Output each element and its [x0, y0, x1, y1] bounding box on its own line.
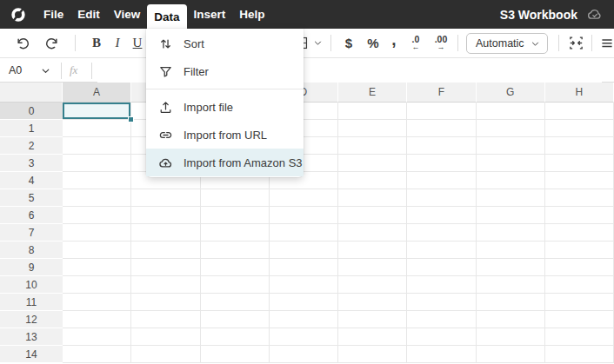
cell-d13[interactable] — [270, 328, 338, 346]
column-header-a[interactable]: A — [63, 83, 131, 103]
cell-f12[interactable] — [407, 311, 476, 328]
cell-e2[interactable] — [338, 137, 407, 155]
cell-h11[interactable] — [545, 294, 614, 311]
cell-a1[interactable] — [63, 120, 131, 137]
number-format-select[interactable]: Automatic — [466, 33, 548, 54]
cell-a6[interactable] — [63, 207, 131, 224]
cell-c14[interactable] — [201, 346, 270, 363]
cell-e5[interactable] — [338, 189, 407, 207]
menu-item-filter[interactable]: Filter — [146, 57, 304, 85]
cell-c7[interactable] — [201, 224, 270, 242]
row-header-5[interactable]: 5 — [0, 189, 63, 207]
cell-g12[interactable] — [477, 311, 545, 328]
menu-edit[interactable]: Edit — [70, 0, 107, 29]
text-align-icon[interactable] — [598, 29, 614, 57]
cell-f0[interactable] — [407, 103, 476, 120]
row-header-14[interactable]: 14 — [0, 346, 63, 363]
cell-b12[interactable] — [131, 311, 200, 328]
row-header-11[interactable]: 11 — [0, 294, 63, 311]
cell-a13[interactable] — [63, 328, 131, 346]
cell-b14[interactable] — [131, 346, 200, 363]
cell-h2[interactable] — [545, 137, 614, 155]
cell-c13[interactable] — [201, 328, 270, 346]
italic-button[interactable]: I — [107, 29, 128, 57]
cell-e8[interactable] — [338, 242, 407, 259]
cell-a14[interactable] — [63, 346, 131, 363]
cell-c11[interactable] — [201, 294, 270, 311]
cell-f3[interactable] — [407, 155, 476, 172]
cell-e13[interactable] — [338, 328, 407, 346]
autofit-icon[interactable] — [565, 29, 586, 57]
row-header-9[interactable]: 9 — [0, 259, 63, 276]
cell-a0[interactable] — [63, 103, 131, 120]
fill-handle[interactable] — [128, 116, 134, 122]
menu-item-import-file[interactable]: Import file — [146, 93, 304, 121]
cell-g1[interactable] — [477, 120, 545, 137]
cell-h13[interactable] — [545, 328, 614, 346]
cell-h5[interactable] — [545, 189, 614, 207]
cell-a11[interactable] — [63, 294, 131, 311]
decimal-decrease-button[interactable]: .0 ← — [405, 29, 426, 57]
cell-h14[interactable] — [545, 346, 614, 363]
chevron-down-icon[interactable] — [311, 29, 324, 57]
undo-icon[interactable] — [12, 29, 33, 57]
decimal-increase-button[interactable]: .00 → — [430, 29, 452, 57]
cell-h6[interactable] — [545, 207, 614, 224]
cell-h9[interactable] — [545, 259, 614, 276]
cell-g10[interactable] — [477, 276, 545, 294]
cell-d11[interactable] — [270, 294, 338, 311]
underline-button[interactable]: U — [127, 29, 148, 57]
cell-h8[interactable] — [545, 242, 614, 259]
cell-d8[interactable] — [270, 242, 338, 259]
cell-g8[interactable] — [477, 242, 545, 259]
app-logo-icon[interactable] — [5, 0, 31, 29]
cell-f2[interactable] — [407, 137, 476, 155]
cell-reference-select[interactable]: A0 — [9, 58, 50, 83]
menu-data[interactable]: Data — [147, 4, 186, 29]
cell-a10[interactable] — [63, 276, 131, 294]
row-header-0[interactable]: 0 — [0, 103, 63, 120]
cell-f5[interactable] — [407, 189, 476, 207]
cell-f8[interactable] — [407, 242, 476, 259]
cell-b11[interactable] — [131, 294, 200, 311]
cell-c8[interactable] — [201, 242, 270, 259]
cell-b13[interactable] — [131, 328, 200, 346]
menu-item-sort[interactable]: Sort — [146, 30, 304, 57]
cell-e10[interactable] — [338, 276, 407, 294]
row-header-12[interactable]: 12 — [0, 311, 63, 328]
cell-a3[interactable] — [63, 155, 131, 172]
cell-g2[interactable] — [477, 137, 545, 155]
column-header-h[interactable]: H — [545, 83, 614, 103]
cell-a5[interactable] — [63, 189, 131, 207]
cell-b5[interactable] — [131, 189, 200, 207]
cell-e4[interactable] — [338, 172, 407, 189]
cell-a8[interactable] — [63, 242, 131, 259]
cell-e9[interactable] — [338, 259, 407, 276]
cell-g7[interactable] — [477, 224, 545, 242]
column-header-e[interactable]: E — [338, 83, 407, 103]
cell-f1[interactable] — [407, 120, 476, 137]
cell-c12[interactable] — [201, 311, 270, 328]
cell-g5[interactable] — [477, 189, 545, 207]
column-header-f[interactable]: F — [407, 83, 476, 103]
cell-g3[interactable] — [477, 155, 545, 172]
row-header-4[interactable]: 4 — [0, 172, 63, 189]
redo-icon[interactable] — [42, 29, 63, 57]
cell-h0[interactable] — [545, 103, 614, 120]
comma-format-button[interactable]: , — [386, 29, 402, 57]
menu-item-import-from-amazon-s3[interactable]: Import from Amazon S3 — [146, 149, 304, 176]
cell-a2[interactable] — [63, 137, 131, 155]
cell-e14[interactable] — [338, 346, 407, 363]
cell-h12[interactable] — [545, 311, 614, 328]
menu-file[interactable]: File — [37, 0, 70, 29]
cell-f14[interactable] — [407, 346, 476, 363]
cell-c6[interactable] — [201, 207, 270, 224]
cell-h3[interactable] — [545, 155, 614, 172]
cell-f11[interactable] — [407, 294, 476, 311]
cell-b8[interactable] — [131, 242, 200, 259]
cell-b10[interactable] — [131, 276, 200, 294]
currency-format-button[interactable]: $ — [339, 29, 358, 57]
cell-f13[interactable] — [407, 328, 476, 346]
cell-b7[interactable] — [131, 224, 200, 242]
cell-g9[interactable] — [477, 259, 545, 276]
